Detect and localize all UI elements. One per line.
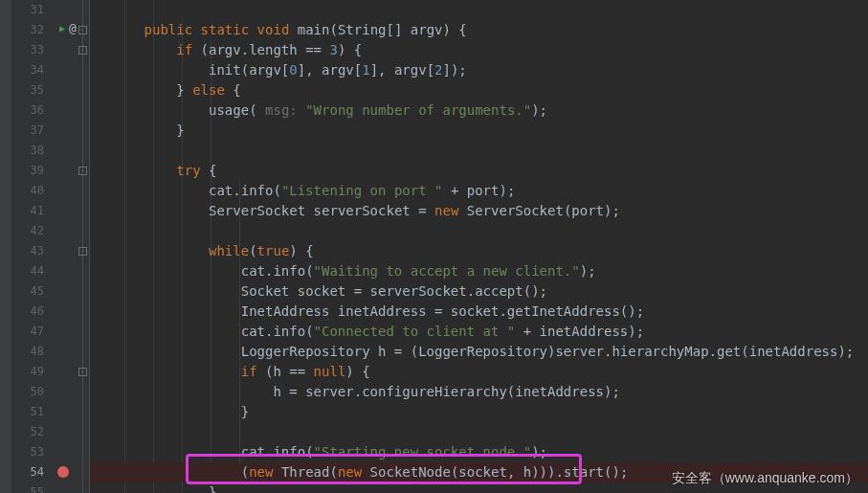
line-number: 35 xyxy=(11,80,44,101)
line-number: 32 xyxy=(11,20,44,40)
line-number: 37 xyxy=(11,121,44,141)
line-number: 41 xyxy=(11,201,44,221)
code-line[interactable]: try { xyxy=(90,161,868,181)
code-line[interactable]: cat.info("Connected to client at " + ine… xyxy=(90,322,868,342)
code-line[interactable] xyxy=(90,141,868,161)
code-line[interactable]: usage( msg: "Wrong number of arguments."… xyxy=(90,101,868,121)
code-line[interactable]: LoggerRepository h = (LoggerRepository)s… xyxy=(90,342,868,362)
line-number: 36 xyxy=(11,101,44,121)
code-line[interactable]: cat.info("Listening on port " + port); xyxy=(90,181,868,201)
code-line[interactable]: init(argv[0], argv[1], argv[2]); xyxy=(90,60,868,80)
code-line[interactable]: cat.info("Waiting to accept a new client… xyxy=(90,261,868,281)
code-area[interactable]: public static void main(String[] argv) {… xyxy=(90,0,868,493)
line-number: 55 xyxy=(11,482,44,493)
code-line[interactable] xyxy=(90,0,868,20)
line-number: 43 xyxy=(11,241,44,261)
fold-toggle-icon[interactable]: - xyxy=(78,247,87,256)
editor-scrollbar[interactable] xyxy=(0,0,11,493)
line-number: 52 xyxy=(11,422,44,442)
breakpoint-icon[interactable] xyxy=(57,466,69,478)
fold-toggle-icon[interactable]: - xyxy=(78,26,87,34)
code-line[interactable]: } xyxy=(90,402,868,422)
line-number: 50 xyxy=(11,382,44,402)
line-number: 33 xyxy=(11,40,44,60)
fold-toggle-icon[interactable]: - xyxy=(78,167,87,175)
code-line[interactable]: h = server.configureHierarchy(inetAddres… xyxy=(90,382,868,402)
line-number: 31 xyxy=(11,0,44,20)
code-line[interactable]: cat.info("Starting new socket node."); xyxy=(90,442,868,462)
code-line[interactable] xyxy=(90,422,868,442)
line-number: 39 xyxy=(11,161,44,181)
inlay-hint: msg: xyxy=(257,102,306,118)
code-line[interactable]: } else { xyxy=(90,80,868,101)
code-line[interactable] xyxy=(90,221,868,241)
line-number-gutter: 31 32 33 34 35 36 37 38 39 40 41 42 43 4… xyxy=(11,0,52,493)
gutter-marks[interactable]: ▶ @ xyxy=(52,0,77,493)
code-editor[interactable]: 31 32 33 34 35 36 37 38 39 40 41 42 43 4… xyxy=(0,0,868,493)
line-number: 49 xyxy=(11,362,44,382)
code-line[interactable]: ServerSocket serverSocket = new ServerSo… xyxy=(90,201,868,221)
line-number: 42 xyxy=(11,221,44,241)
code-line[interactable]: while(true) { xyxy=(90,241,868,261)
code-line[interactable]: } xyxy=(90,121,868,141)
line-number: 34 xyxy=(11,60,44,80)
fold-column[interactable]: - - - - - xyxy=(77,0,90,493)
line-number: 51 xyxy=(11,402,44,422)
code-line[interactable]: Socket socket = serverSocket.accept(); xyxy=(90,281,868,302)
code-line[interactable]: if (h == null) { xyxy=(90,362,868,382)
code-line[interactable]: if (argv.length == 3) { xyxy=(90,40,868,60)
line-number: 53 xyxy=(11,442,44,462)
run-gutter-icon[interactable]: ▶ xyxy=(59,23,65,34)
fold-toggle-icon[interactable]: - xyxy=(78,46,87,55)
fold-toggle-icon[interactable]: - xyxy=(78,368,87,376)
line-number: 38 xyxy=(11,141,44,161)
watermark-text: 安全客（www.anquanke.com） xyxy=(672,470,858,487)
line-number: 46 xyxy=(11,302,44,322)
line-number: 45 xyxy=(11,281,44,302)
line-number: 44 xyxy=(11,261,44,281)
line-number: 47 xyxy=(11,322,44,342)
line-number: 48 xyxy=(11,342,44,362)
line-number: 54 xyxy=(11,462,44,482)
code-line[interactable]: InetAddress inetAddress = socket.getInet… xyxy=(90,302,868,322)
code-line[interactable]: public static void main(String[] argv) { xyxy=(90,20,868,40)
override-gutter-icon[interactable]: @ xyxy=(69,21,77,35)
line-number: 40 xyxy=(11,181,44,201)
